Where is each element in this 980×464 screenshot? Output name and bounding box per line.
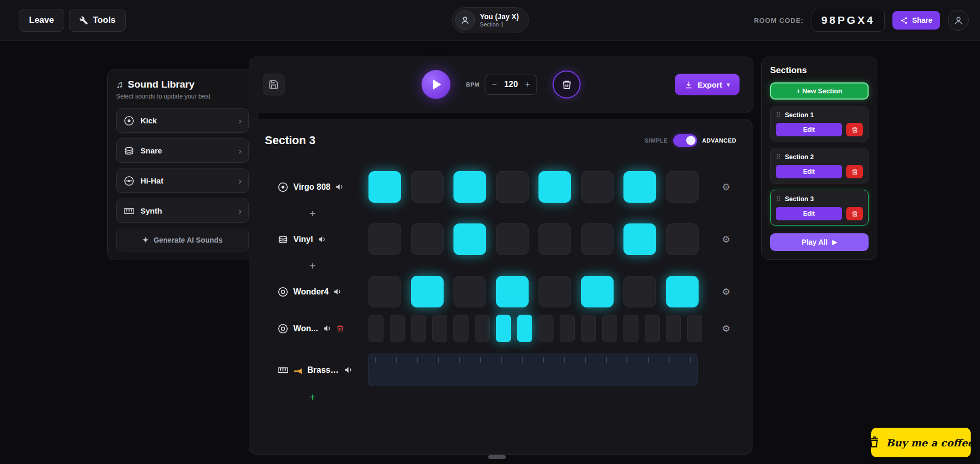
speaker-icon[interactable] (323, 324, 332, 333)
drag-handle-icon[interactable]: ⠿ (776, 195, 781, 203)
step-pad[interactable] (496, 171, 529, 203)
step-pad[interactable] (623, 276, 656, 307)
step-pad[interactable] (453, 171, 486, 203)
new-section-button[interactable]: + New Section (770, 82, 869, 100)
current-user-pill[interactable]: You (Jay X) Section 1 (451, 7, 529, 33)
step-pad[interactable] (581, 171, 614, 203)
step-pad[interactable] (538, 315, 553, 342)
step-pad[interactable] (581, 276, 614, 307)
step-pad[interactable] (411, 223, 444, 255)
track-name: Brass ... (307, 365, 339, 375)
plus-icon[interactable]: + (309, 208, 316, 219)
plus-icon[interactable]: + (309, 260, 316, 271)
bpm-value: 120 (504, 80, 518, 89)
mode-toggle[interactable] (673, 134, 697, 147)
save-button[interactable] (263, 74, 285, 95)
track-row-brass: Brass ... (265, 354, 736, 386)
drag-handle-icon[interactable]: ⠿ (776, 111, 781, 119)
add-track-plus-icon[interactable]: + (309, 391, 316, 402)
library-item-kick[interactable]: Kick › (116, 108, 249, 133)
step-pad[interactable] (517, 315, 532, 342)
gear-icon[interactable]: ⚙ (716, 286, 736, 298)
step-pad[interactable] (411, 315, 426, 342)
step-pad[interactable] (581, 223, 614, 255)
transport-center: BPM − 120 + (421, 70, 580, 99)
generate-ai-sounds-button[interactable]: ✦ Generate AI Sounds (116, 229, 249, 251)
step-pad[interactable] (538, 171, 571, 203)
track-label: Virgo 808 (265, 181, 368, 193)
delete-section-button[interactable] (846, 123, 863, 136)
clear-beat-button[interactable] (553, 71, 581, 99)
step-pad[interactable] (496, 315, 511, 342)
step-pad[interactable] (666, 276, 699, 307)
step-pad[interactable] (453, 276, 486, 307)
step-pad[interactable] (645, 315, 660, 342)
delete-track-icon[interactable] (336, 325, 344, 332)
library-item-synth[interactable]: Synth › (116, 199, 249, 223)
step-pad[interactable] (475, 315, 490, 342)
speaker-icon[interactable] (318, 235, 326, 244)
step-pad[interactable] (666, 315, 681, 342)
library-item-hihat[interactable]: Hi-Hat › (116, 168, 249, 193)
step-pad[interactable] (411, 276, 444, 307)
chevron-right-icon: › (238, 205, 242, 217)
step-pad[interactable] (496, 276, 529, 307)
edit-section-button[interactable]: Edit (776, 123, 842, 136)
speaker-icon[interactable] (344, 365, 353, 374)
step-pad[interactable] (623, 223, 656, 255)
step-pad[interactable] (411, 171, 444, 203)
person-icon (954, 16, 963, 25)
edit-section-button[interactable]: Edit (776, 207, 842, 220)
step-pad[interactable] (368, 276, 401, 307)
roll-tick (438, 357, 439, 363)
library-item-label: Hi-Hat (140, 176, 163, 185)
step-pad[interactable] (390, 315, 405, 342)
horizontal-scrollbar[interactable] (488, 455, 506, 459)
delete-section-button[interactable] (846, 207, 863, 220)
speaker-icon[interactable] (333, 287, 342, 296)
step-pad[interactable] (687, 315, 702, 342)
speaker-icon[interactable] (335, 182, 344, 191)
gear-icon[interactable]: ⚙ (716, 181, 736, 193)
chevron-right-icon: › (238, 115, 242, 126)
edit-section-button[interactable]: Edit (776, 165, 842, 178)
section-item-2[interactable]: ⠿ Section 2 Edit (770, 148, 869, 184)
play-all-button[interactable]: Play All ▶ (770, 233, 869, 251)
library-item-snare[interactable]: Snare › (116, 138, 249, 163)
add-step-row: + (265, 203, 736, 223)
step-pad[interactable] (432, 315, 447, 342)
play-button[interactable] (421, 70, 450, 99)
section-item-3-active[interactable]: ⠿ Section 3 Edit (770, 190, 869, 226)
step-pad[interactable] (453, 223, 486, 255)
share-button[interactable]: Share (892, 11, 940, 30)
step-pad[interactable] (602, 315, 617, 342)
step-pad[interactable] (496, 223, 529, 255)
buy-me-a-coffee-button[interactable]: Buy me a coffee (871, 428, 971, 457)
step-pad[interactable] (453, 315, 468, 342)
delete-section-button[interactable] (846, 165, 863, 178)
step-pad[interactable] (368, 315, 384, 342)
export-button[interactable]: Export ▾ (675, 74, 740, 95)
leave-button[interactable]: Leave (19, 9, 64, 32)
gear-icon[interactable]: ⚙ (716, 323, 736, 334)
step-pad[interactable] (623, 315, 638, 342)
gear-icon[interactable]: ⚙ (716, 234, 736, 245)
bpm-increase-button[interactable]: + (525, 80, 530, 89)
step-pad[interactable] (666, 223, 699, 255)
step-pad[interactable] (538, 276, 571, 307)
drag-handle-icon[interactable]: ⠿ (776, 153, 781, 161)
share-label: Share (912, 16, 932, 24)
tools-button[interactable]: Tools (69, 9, 126, 32)
step-pad[interactable] (581, 315, 596, 342)
step-pad[interactable] (368, 171, 401, 203)
step-pad[interactable] (560, 315, 575, 342)
piano-roll[interactable] (368, 354, 698, 386)
step-pad[interactable] (666, 171, 699, 203)
account-button[interactable] (948, 10, 969, 31)
step-pad[interactable] (368, 223, 401, 255)
step-pad[interactable] (623, 171, 656, 203)
bpm-decrease-button[interactable]: − (492, 80, 496, 89)
section-item-1[interactable]: ⠿ Section 1 Edit (770, 106, 869, 142)
step-pad[interactable] (538, 223, 571, 255)
chevron-down-icon: ▾ (727, 81, 730, 88)
